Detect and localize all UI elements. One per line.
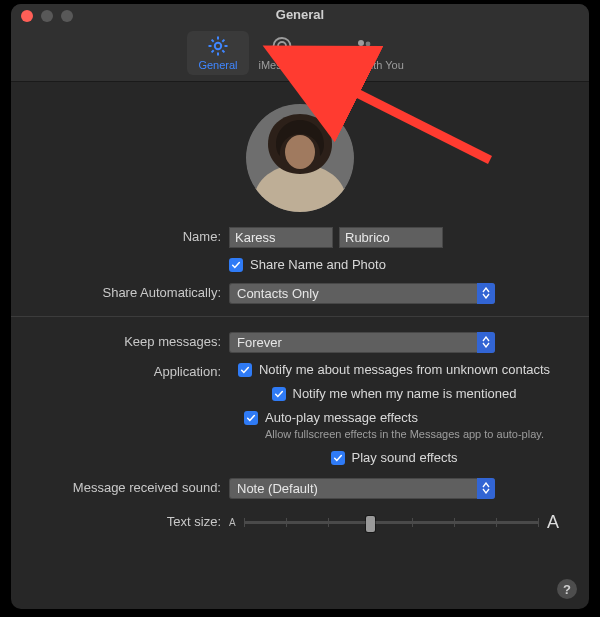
- first-name-field[interactable]: [229, 227, 333, 248]
- svg-point-3: [366, 42, 371, 47]
- window-title: General: [11, 7, 589, 22]
- last-name-field[interactable]: [339, 227, 443, 248]
- help-label: ?: [563, 582, 571, 597]
- help-button[interactable]: ?: [557, 579, 577, 599]
- people-icon: [352, 35, 376, 57]
- chevron-updown-icon: [477, 478, 495, 499]
- share-automatically-select[interactable]: Contacts Only: [229, 283, 495, 304]
- gear-icon: [206, 35, 230, 57]
- play-sound-effects-checkbox[interactable]: Play sound effects: [331, 449, 458, 467]
- text-size-slider[interactable]: [244, 512, 539, 532]
- profile-avatar[interactable]: [246, 104, 354, 212]
- text-size-max: A: [547, 512, 559, 533]
- section-divider: [11, 316, 589, 317]
- text-size-min: A: [229, 517, 236, 528]
- slider-thumb[interactable]: [366, 516, 375, 532]
- share-name-photo-checkbox[interactable]: Share Name and Photo: [229, 256, 386, 274]
- notify-mention-label: Notify me when my name is mentioned: [293, 385, 517, 403]
- chevron-updown-icon: [477, 283, 495, 304]
- autoplay-effects-note: Allow fullscreen effects in the Messages…: [265, 428, 544, 440]
- share-automatically-label: Share Automatically:: [41, 282, 229, 304]
- keep-messages-label: Keep messages:: [41, 331, 229, 353]
- tab-general[interactable]: General: [187, 31, 249, 75]
- chevron-updown-icon: [477, 332, 495, 353]
- notify-mention-checkbox[interactable]: Notify me when my name is mentioned: [272, 385, 517, 403]
- preferences-window: General General: [11, 4, 589, 609]
- svg-point-2: [358, 40, 364, 46]
- share-automatically-value: Contacts Only: [237, 286, 319, 301]
- preferences-content: Name: Share Name and Photo: [11, 82, 589, 551]
- checkmark-icon: [272, 387, 286, 401]
- preferences-tabbar: General iMessage: [11, 27, 589, 82]
- tab-imessage-label: iMessage: [258, 59, 305, 71]
- application-label: Application:: [41, 361, 229, 383]
- svg-point-0: [215, 43, 221, 49]
- checkmark-icon: [244, 411, 258, 425]
- window-titlebar: General: [11, 4, 589, 27]
- autoplay-effects-label: Auto-play message effects: [265, 409, 418, 427]
- keep-messages-value: Forever: [237, 335, 282, 350]
- received-sound-value: Note (Default): [237, 481, 318, 496]
- svg-point-1: [278, 42, 286, 50]
- text-size-label: Text size:: [41, 511, 229, 533]
- play-sound-effects-label: Play sound effects: [352, 449, 458, 467]
- keep-messages-select[interactable]: Forever: [229, 332, 495, 353]
- checkmark-icon: [331, 451, 345, 465]
- tab-shared-label: Shared with You: [324, 59, 404, 71]
- tab-shared-with-you[interactable]: Shared with You: [315, 31, 413, 75]
- received-sound-select[interactable]: Note (Default): [229, 478, 495, 499]
- tab-general-label: General: [198, 59, 237, 71]
- checkmark-icon: [229, 258, 243, 272]
- notify-unknown-checkbox[interactable]: Notify me about messages from unknown co…: [238, 361, 550, 379]
- name-label: Name:: [41, 226, 229, 248]
- autoplay-effects-checkbox[interactable]: Auto-play message effects: [244, 409, 544, 427]
- checkmark-icon: [238, 363, 252, 377]
- received-sound-label: Message received sound:: [41, 477, 229, 499]
- notify-unknown-label: Notify me about messages from unknown co…: [259, 361, 550, 379]
- tab-imessage[interactable]: iMessage: [251, 31, 313, 75]
- share-name-photo-label: Share Name and Photo: [250, 256, 386, 274]
- svg-point-7: [285, 135, 315, 169]
- at-sign-icon: [270, 35, 294, 57]
